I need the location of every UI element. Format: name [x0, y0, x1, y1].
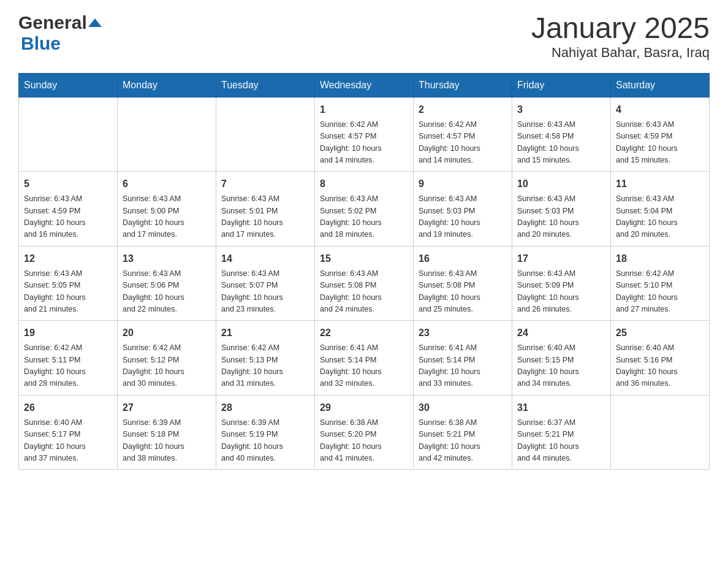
calendar-cell: 29Sunrise: 6:38 AMSunset: 5:20 PMDayligh…	[315, 395, 414, 470]
calendar-cell: 16Sunrise: 6:43 AMSunset: 5:08 PMDayligh…	[414, 246, 512, 321]
day-number: 8	[320, 177, 408, 191]
day-number: 13	[123, 251, 211, 266]
calendar-week-row: 26Sunrise: 6:40 AMSunset: 5:17 PMDayligh…	[19, 395, 710, 470]
day-number: 19	[24, 326, 112, 340]
calendar-week-row: 5Sunrise: 6:43 AMSunset: 4:59 PMDaylight…	[19, 172, 710, 247]
weekday-header-row: SundayMondayTuesdayWednesdayThursdayFrid…	[19, 73, 710, 97]
calendar-cell	[216, 97, 315, 172]
calendar-cell: 26Sunrise: 6:40 AMSunset: 5:17 PMDayligh…	[19, 395, 118, 470]
calendar-cell: 13Sunrise: 6:43 AMSunset: 5:06 PMDayligh…	[118, 246, 216, 321]
day-info: Sunrise: 6:43 AMSunset: 5:07 PMDaylight:…	[221, 268, 309, 316]
day-number: 18	[616, 251, 704, 266]
calendar-cell: 5Sunrise: 6:43 AMSunset: 4:59 PMDaylight…	[19, 172, 118, 247]
calendar-cell: 8Sunrise: 6:43 AMSunset: 5:02 PMDaylight…	[315, 172, 414, 247]
calendar-cell	[611, 395, 710, 470]
svg-marker-0	[88, 18, 102, 27]
day-number: 24	[517, 326, 605, 340]
day-number: 26	[24, 400, 112, 415]
calendar-cell: 30Sunrise: 6:38 AMSunset: 5:21 PMDayligh…	[414, 395, 512, 470]
day-info: Sunrise: 6:42 AMSunset: 4:57 PMDaylight:…	[320, 119, 408, 167]
calendar-cell: 31Sunrise: 6:37 AMSunset: 5:21 PMDayligh…	[512, 395, 611, 470]
weekday-header-sunday: Sunday	[19, 73, 118, 97]
calendar-cell: 19Sunrise: 6:42 AMSunset: 5:11 PMDayligh…	[19, 321, 118, 396]
day-number: 29	[320, 400, 408, 415]
page-header: General Blue January 2025 Nahiyat Bahar,…	[18, 12, 710, 61]
day-info: Sunrise: 6:43 AMSunset: 4:59 PMDaylight:…	[616, 119, 704, 167]
day-info: Sunrise: 6:42 AMSunset: 5:10 PMDaylight:…	[616, 268, 704, 316]
day-info: Sunrise: 6:41 AMSunset: 5:14 PMDaylight:…	[419, 342, 507, 390]
location-title: Nahiyat Bahar, Basra, Iraq	[531, 45, 710, 61]
day-info: Sunrise: 6:42 AMSunset: 5:12 PMDaylight:…	[123, 342, 211, 390]
day-number: 30	[419, 400, 507, 415]
day-info: Sunrise: 6:40 AMSunset: 5:16 PMDaylight:…	[616, 342, 704, 390]
calendar-cell: 23Sunrise: 6:41 AMSunset: 5:14 PMDayligh…	[414, 321, 512, 396]
day-info: Sunrise: 6:43 AMSunset: 5:01 PMDaylight:…	[221, 193, 309, 241]
day-number: 22	[320, 326, 408, 340]
day-info: Sunrise: 6:43 AMSunset: 5:04 PMDaylight:…	[616, 193, 704, 241]
weekday-header-thursday: Thursday	[414, 73, 512, 97]
day-info: Sunrise: 6:43 AMSunset: 5:08 PMDaylight:…	[419, 268, 507, 316]
day-info: Sunrise: 6:42 AMSunset: 5:11 PMDaylight:…	[24, 342, 112, 390]
day-number: 28	[221, 400, 309, 415]
day-info: Sunrise: 6:39 AMSunset: 5:18 PMDaylight:…	[123, 417, 211, 465]
weekday-header-friday: Friday	[512, 73, 611, 97]
day-info: Sunrise: 6:37 AMSunset: 5:21 PMDaylight:…	[517, 417, 605, 465]
day-info: Sunrise: 6:43 AMSunset: 5:05 PMDaylight:…	[24, 268, 112, 316]
day-number: 5	[24, 177, 112, 191]
day-info: Sunrise: 6:43 AMSunset: 4:58 PMDaylight:…	[517, 119, 605, 167]
calendar-cell: 20Sunrise: 6:42 AMSunset: 5:12 PMDayligh…	[118, 321, 216, 396]
day-info: Sunrise: 6:43 AMSunset: 4:59 PMDaylight:…	[24, 193, 112, 241]
weekday-header-wednesday: Wednesday	[315, 73, 414, 97]
day-number: 2	[419, 102, 507, 117]
title-section: January 2025 Nahiyat Bahar, Basra, Iraq	[531, 12, 710, 61]
calendar-cell: 1Sunrise: 6:42 AMSunset: 4:57 PMDaylight…	[315, 97, 414, 172]
day-info: Sunrise: 6:43 AMSunset: 5:03 PMDaylight:…	[419, 193, 507, 241]
logo-triangle-icon	[88, 16, 102, 29]
day-info: Sunrise: 6:42 AMSunset: 4:57 PMDaylight:…	[419, 119, 507, 167]
day-info: Sunrise: 6:40 AMSunset: 5:15 PMDaylight:…	[517, 342, 605, 390]
day-number: 9	[419, 177, 507, 191]
calendar-cell: 4Sunrise: 6:43 AMSunset: 4:59 PMDaylight…	[611, 97, 710, 172]
day-info: Sunrise: 6:43 AMSunset: 5:09 PMDaylight:…	[517, 268, 605, 316]
day-number: 16	[419, 251, 507, 266]
day-number: 31	[517, 400, 605, 415]
day-info: Sunrise: 6:38 AMSunset: 5:20 PMDaylight:…	[320, 417, 408, 465]
calendar-week-row: 12Sunrise: 6:43 AMSunset: 5:05 PMDayligh…	[19, 246, 710, 321]
day-info: Sunrise: 6:39 AMSunset: 5:19 PMDaylight:…	[221, 417, 309, 465]
day-number: 10	[517, 177, 605, 191]
day-info: Sunrise: 6:38 AMSunset: 5:21 PMDaylight:…	[419, 417, 507, 465]
day-info: Sunrise: 6:41 AMSunset: 5:14 PMDaylight:…	[320, 342, 408, 390]
calendar-week-row: 19Sunrise: 6:42 AMSunset: 5:11 PMDayligh…	[19, 321, 710, 396]
day-number: 27	[123, 400, 211, 415]
day-info: Sunrise: 6:42 AMSunset: 5:13 PMDaylight:…	[221, 342, 309, 390]
day-number: 1	[320, 102, 408, 117]
calendar-cell: 12Sunrise: 6:43 AMSunset: 5:05 PMDayligh…	[19, 246, 118, 321]
calendar-cell: 28Sunrise: 6:39 AMSunset: 5:19 PMDayligh…	[216, 395, 315, 470]
day-info: Sunrise: 6:43 AMSunset: 5:08 PMDaylight:…	[320, 268, 408, 316]
day-number: 20	[123, 326, 211, 340]
logo: General Blue	[18, 12, 103, 54]
day-number: 23	[419, 326, 507, 340]
day-number: 11	[616, 177, 704, 191]
calendar-cell: 9Sunrise: 6:43 AMSunset: 5:03 PMDaylight…	[414, 172, 512, 247]
calendar-cell: 7Sunrise: 6:43 AMSunset: 5:01 PMDaylight…	[216, 172, 315, 247]
calendar-cell: 27Sunrise: 6:39 AMSunset: 5:18 PMDayligh…	[118, 395, 216, 470]
calendar-cell: 25Sunrise: 6:40 AMSunset: 5:16 PMDayligh…	[611, 321, 710, 396]
day-number: 6	[123, 177, 211, 191]
day-number: 7	[221, 177, 309, 191]
day-number: 12	[24, 251, 112, 266]
calendar-cell: 15Sunrise: 6:43 AMSunset: 5:08 PMDayligh…	[315, 246, 414, 321]
calendar-cell: 24Sunrise: 6:40 AMSunset: 5:15 PMDayligh…	[512, 321, 611, 396]
day-number: 25	[616, 326, 704, 340]
logo-general: General	[18, 12, 87, 33]
calendar-cell: 2Sunrise: 6:42 AMSunset: 4:57 PMDaylight…	[414, 97, 512, 172]
day-number: 4	[616, 102, 704, 117]
calendar-cell: 10Sunrise: 6:43 AMSunset: 5:03 PMDayligh…	[512, 172, 611, 247]
day-number: 17	[517, 251, 605, 266]
calendar-cell	[118, 97, 216, 172]
day-info: Sunrise: 6:43 AMSunset: 5:06 PMDaylight:…	[123, 268, 211, 316]
calendar-cell: 21Sunrise: 6:42 AMSunset: 5:13 PMDayligh…	[216, 321, 315, 396]
day-number: 14	[221, 251, 309, 266]
weekday-header-monday: Monday	[118, 73, 216, 97]
calendar-cell: 14Sunrise: 6:43 AMSunset: 5:07 PMDayligh…	[216, 246, 315, 321]
